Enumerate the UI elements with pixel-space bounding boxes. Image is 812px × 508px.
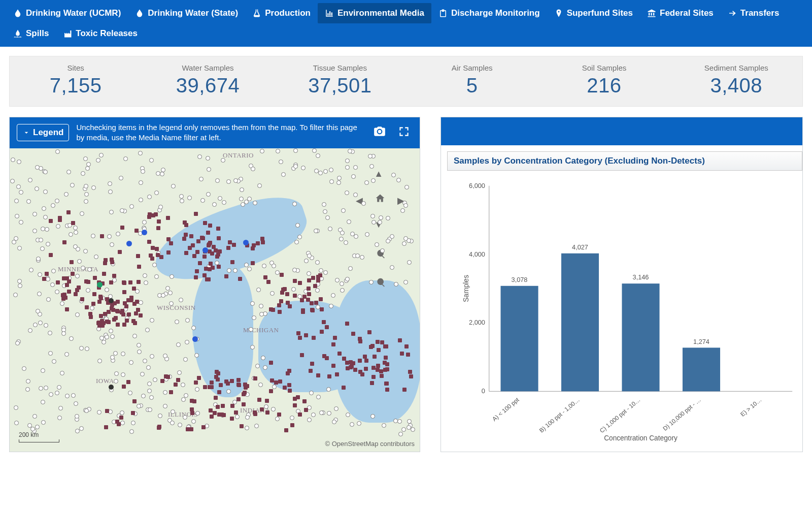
site-marker[interactable] (382, 423, 386, 428)
site-marker[interactable] (277, 412, 281, 417)
site-marker[interactable] (320, 330, 324, 334)
site-marker[interactable] (121, 372, 125, 377)
site-marker[interactable] (325, 356, 329, 360)
site-marker[interactable] (89, 315, 93, 319)
site-marker[interactable] (84, 279, 88, 283)
site-marker[interactable] (65, 307, 69, 311)
site-marker[interactable] (237, 383, 241, 387)
site-marker[interactable] (80, 211, 84, 216)
site-marker[interactable] (376, 364, 380, 368)
site-marker[interactable] (272, 264, 276, 268)
site-marker[interactable] (401, 427, 406, 432)
site-marker[interactable] (42, 206, 46, 211)
site-marker[interactable] (74, 292, 78, 296)
site-marker[interactable] (371, 178, 376, 183)
site-marker[interactable] (297, 235, 302, 239)
site-marker[interactable] (97, 282, 103, 288)
site-marker[interactable] (135, 300, 139, 304)
site-marker[interactable] (120, 226, 124, 230)
site-marker[interactable] (91, 234, 95, 238)
site-marker[interactable] (226, 179, 231, 184)
site-marker[interactable] (212, 245, 216, 249)
site-marker[interactable] (286, 301, 290, 305)
site-marker[interactable] (137, 343, 141, 347)
site-marker[interactable] (403, 236, 408, 241)
site-marker[interactable] (315, 260, 320, 265)
site-marker[interactable] (269, 389, 273, 393)
site-marker[interactable] (216, 405, 220, 409)
site-marker[interactable] (114, 316, 118, 320)
site-marker[interactable] (203, 221, 207, 225)
site-marker[interactable] (370, 381, 374, 385)
site-marker[interactable] (86, 288, 90, 293)
site-marker[interactable] (281, 288, 285, 292)
site-marker[interactable] (238, 277, 242, 281)
site-marker[interactable] (38, 321, 43, 325)
site-marker[interactable] (307, 278, 311, 282)
site-marker[interactable] (190, 407, 194, 411)
site-marker[interactable] (314, 229, 318, 233)
site-marker[interactable] (240, 187, 244, 192)
site-marker[interactable] (232, 243, 236, 247)
site-marker[interactable] (293, 403, 297, 407)
site-marker[interactable] (65, 394, 70, 398)
site-marker[interactable] (353, 165, 358, 170)
site-marker[interactable] (49, 219, 53, 223)
home-extent-button[interactable] (375, 193, 385, 206)
site-marker[interactable] (14, 421, 19, 425)
site-marker[interactable] (176, 342, 181, 347)
site-marker[interactable] (200, 198, 205, 203)
site-marker[interactable] (181, 397, 186, 402)
site-marker[interactable] (210, 415, 214, 419)
legend-toggle-button[interactable]: Legend (17, 124, 69, 141)
site-marker[interactable] (257, 183, 262, 188)
site-marker[interactable] (139, 198, 143, 202)
site-marker[interactable] (407, 260, 412, 265)
site-marker[interactable] (35, 186, 39, 191)
site-marker[interactable] (355, 253, 360, 258)
site-marker[interactable] (217, 236, 221, 240)
site-marker[interactable] (99, 153, 104, 157)
site-marker[interactable] (121, 352, 125, 356)
site-marker[interactable] (311, 276, 315, 280)
site-marker[interactable] (185, 340, 189, 344)
site-marker[interactable] (279, 299, 283, 303)
site-marker[interactable] (301, 166, 306, 170)
site-marker[interactable] (353, 368, 357, 372)
site-marker[interactable] (146, 365, 151, 370)
site-marker[interactable] (337, 176, 342, 180)
site-marker[interactable] (351, 174, 356, 179)
site-marker[interactable] (323, 270, 328, 275)
site-marker[interactable] (110, 355, 115, 360)
site-marker[interactable] (335, 278, 340, 282)
site-marker[interactable] (300, 353, 304, 357)
site-marker[interactable] (191, 243, 195, 247)
site-marker[interactable] (109, 280, 113, 284)
site-marker[interactable] (166, 375, 170, 379)
site-marker[interactable] (187, 196, 192, 200)
site-marker[interactable] (151, 246, 155, 250)
site-marker[interactable] (190, 399, 194, 403)
site-marker[interactable] (348, 266, 353, 271)
site-marker[interactable] (37, 292, 42, 296)
site-marker[interactable] (191, 326, 196, 330)
site-marker[interactable] (97, 324, 101, 328)
site-marker[interactable] (174, 383, 178, 387)
site-marker[interactable] (11, 157, 15, 162)
site-marker[interactable] (79, 346, 84, 351)
site-marker[interactable] (404, 344, 409, 348)
site-marker[interactable] (103, 312, 107, 316)
site-marker[interactable] (206, 156, 210, 161)
site-marker[interactable] (205, 277, 209, 281)
nav-tab-federal[interactable]: Federal Sites (640, 3, 721, 23)
site-marker[interactable] (15, 214, 19, 218)
site-marker[interactable] (316, 373, 320, 377)
site-marker[interactable] (202, 273, 207, 277)
site-marker[interactable] (26, 379, 30, 384)
site-marker[interactable] (375, 242, 379, 247)
site-marker[interactable] (266, 280, 270, 284)
site-marker[interactable] (84, 199, 88, 204)
site-marker[interactable] (32, 229, 37, 233)
site-marker[interactable] (65, 283, 69, 287)
site-marker[interactable] (139, 300, 143, 305)
